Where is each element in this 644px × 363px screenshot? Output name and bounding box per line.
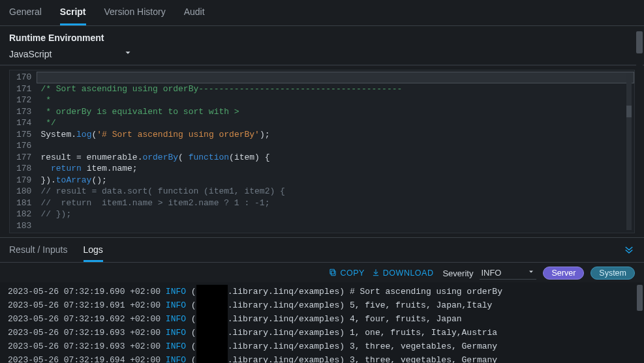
log-line: 2023-05-26 07:32:19.694 +02:00 INFO (XXX…	[8, 353, 636, 363]
line-number: 177	[16, 152, 31, 164]
code-line[interactable]: }).toArray();	[40, 175, 630, 186]
code-line[interactable]: // result = data.sort( function (item1, …	[40, 186, 630, 197]
line-number: 182	[16, 209, 31, 220]
line-number: 171	[16, 83, 31, 95]
line-number: 172	[16, 94, 31, 106]
redacted-source: XXXXXX	[196, 312, 228, 326]
copy-label: COPY	[340, 269, 364, 278]
download-icon	[371, 268, 380, 279]
tab-result-inputs[interactable]: Result / Inputs	[9, 238, 68, 262]
log-output[interactable]: 2023-05-26 07:32:19.690 +02:00 INFO (XXX…	[0, 282, 644, 363]
runtime-select[interactable]: JavaScript	[9, 47, 132, 61]
log-line: 2023-05-26 07:32:19.691 +02:00 INFO (XXX…	[8, 298, 636, 312]
line-number: 174	[16, 117, 31, 129]
server-filter-pill[interactable]: Server	[543, 267, 584, 280]
redacted-source: XXXXXX	[196, 326, 228, 340]
system-filter-pill[interactable]: System	[590, 267, 635, 280]
collapse-panel-icon[interactable]	[623, 243, 635, 257]
line-number: 175	[16, 129, 31, 141]
log-line: 2023-05-26 07:32:19.690 +02:00 INFO (XXX…	[8, 285, 636, 298]
code-line[interactable]: result = enumerable.orderBy( function(it…	[40, 152, 630, 164]
code-line[interactable]: *	[40, 94, 630, 106]
top-tabs: General Script Version History Audit	[0, 0, 644, 26]
tab-general[interactable]: General	[9, 7, 42, 25]
scrollbar-thumb[interactable]	[636, 31, 643, 53]
line-number: 180	[16, 186, 31, 197]
line-number: 170	[16, 72, 31, 83]
code-line[interactable]	[40, 220, 630, 232]
redacted-source: XXXXXX	[196, 353, 228, 363]
line-number: 178	[16, 163, 31, 175]
line-number: 173	[16, 106, 31, 118]
svg-rect-1	[330, 269, 334, 274]
code-line[interactable]: */	[40, 117, 630, 129]
log-line: 2023-05-26 07:32:19.692 +02:00 INFO (XXX…	[8, 312, 636, 326]
code-line[interactable]: // });	[40, 209, 630, 220]
code-line[interactable]: System.log('# Sort ascending using order…	[40, 129, 630, 141]
severity-select[interactable]: INFO	[480, 267, 536, 280]
runtime-section: Runtime Environment JavaScript	[0, 26, 644, 66]
tab-script[interactable]: Script	[60, 7, 86, 25]
editor-body[interactable]: /* Sort ascending using orderBy---------…	[37, 70, 634, 233]
svg-rect-0	[331, 270, 335, 275]
download-button[interactable]: DOWNLOAD	[371, 268, 434, 279]
runtime-value: JavaScript	[9, 49, 52, 59]
log-scrollbar-thumb[interactable]	[637, 285, 643, 311]
editor-minimap[interactable]	[626, 73, 632, 230]
severity-value: INFO	[481, 268, 501, 278]
log-line: 2023-05-26 07:32:19.693 +02:00 INFO (XXX…	[8, 326, 636, 340]
tab-logs[interactable]: Logs	[84, 238, 103, 262]
editor-active-line	[37, 72, 634, 83]
copy-button[interactable]: COPY	[328, 268, 364, 279]
log-line: 2023-05-26 07:32:19.693 +02:00 INFO (XXX…	[8, 340, 636, 353]
bottom-tabs: Result / Inputs Logs	[9, 238, 103, 262]
runtime-label: Runtime Environment	[9, 33, 635, 43]
chevron-down-icon	[527, 268, 535, 278]
tab-version-history[interactable]: Version History	[104, 7, 166, 25]
line-number: 176	[16, 140, 31, 152]
copy-icon	[328, 268, 337, 279]
editor-wrap: 1701711721731741751761771781791801811821…	[0, 66, 644, 237]
redacted-source: XXXXXX	[196, 298, 228, 312]
line-number: 183	[16, 220, 31, 232]
redacted-source: XXXXXX	[196, 340, 228, 353]
editor-gutter: 1701711721731741751761771781791801811821…	[10, 70, 37, 233]
code-line[interactable]: /* Sort ascending using orderBy---------…	[40, 83, 630, 95]
code-editor[interactable]: 1701711721731741751761771781791801811821…	[9, 70, 635, 233]
redacted-source: XXXXXX	[196, 285, 228, 298]
log-toolbar: COPY DOWNLOAD Severity INFO Server Syste…	[0, 263, 644, 282]
bottom-bar: Result / Inputs Logs	[0, 237, 644, 263]
tab-audit[interactable]: Audit	[184, 7, 205, 25]
download-label: DOWNLOAD	[383, 269, 434, 278]
code-line[interactable]: // return item1.name > item2.name ? 1 : …	[40, 197, 630, 209]
line-number: 181	[16, 197, 31, 209]
severity-label: Severity	[442, 269, 473, 278]
code-line[interactable]: * orderBy is equivalent to sort with >	[40, 106, 630, 118]
line-number: 179	[16, 175, 31, 186]
code-line[interactable]	[40, 140, 630, 152]
chevron-down-icon	[123, 48, 132, 59]
code-line[interactable]: return item.name;	[40, 163, 630, 175]
